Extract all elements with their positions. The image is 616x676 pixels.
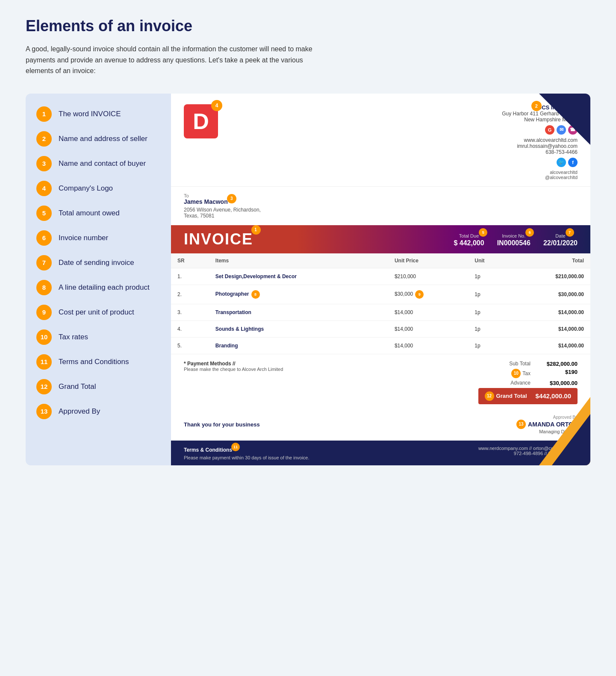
table-row: 1.Set Design,Development & Decor$210,000… xyxy=(171,268,590,285)
buyer-section: To James Macwon 3 2056 Wilson Avenue, Ri… xyxy=(171,187,590,225)
col-unit-price: Unit Price xyxy=(388,253,468,268)
invoice-footer: Terms & Conditions 11 Please make paymen… xyxy=(171,441,590,465)
invoice-table: SR Items Unit Price Unit Total 1.Set Des… xyxy=(171,253,590,354)
col-unit: Unit xyxy=(468,253,512,268)
date-badge: 7 xyxy=(566,228,574,237)
row-item: Sounds & Lightings xyxy=(209,320,388,337)
col-sr: SR xyxy=(171,253,209,268)
badge-12: 12 xyxy=(36,379,52,394)
twitter-icon: 🐦 xyxy=(557,158,566,167)
date-value: 22/01/2020 xyxy=(543,239,578,247)
row-sr: 3. xyxy=(171,304,209,320)
row-item: Branding xyxy=(209,337,388,354)
invoice-header: D 4 2 DCS Industries Guy Harbor 411 Gerh… xyxy=(171,94,590,187)
element-label-12: Grand Total xyxy=(59,382,96,391)
logo-badge: 4 xyxy=(211,100,222,111)
element-label-11: Terms and Conditions xyxy=(59,358,129,366)
table-row: 2.Photographer8$30,00091p$30,000.00 xyxy=(171,285,590,304)
row-sr: 5. xyxy=(171,337,209,354)
element-label-5: Total amount owed xyxy=(59,209,120,217)
total-due-badge: 5 xyxy=(479,228,487,237)
price-badge: 9 xyxy=(415,290,424,299)
buyer-badge: 3 xyxy=(227,194,236,203)
row-item: Photographer8 xyxy=(209,285,388,304)
col-items: Items xyxy=(209,253,388,268)
grand-total-badge: 12 xyxy=(485,391,494,401)
grand-total-label: 12 Grand Total xyxy=(485,391,527,401)
row-unit: 1p xyxy=(468,268,512,285)
element-label-7: Date of sending invoice xyxy=(59,259,134,267)
element-item-5: 5 Total amount owed xyxy=(36,206,160,221)
buyer-city: Texas, 75081 xyxy=(184,213,261,219)
row-sr: 1. xyxy=(171,268,209,285)
badge-11: 11 xyxy=(36,354,52,370)
element-label-6: Invoice number xyxy=(59,234,108,242)
element-item-6: 6 Invoice number xyxy=(36,230,160,246)
terms-badge: 11 xyxy=(231,443,240,451)
table-row: 4.Sounds & Lightings$14,0001p$14,000.00 xyxy=(171,320,590,337)
invoice-panel: D 4 2 DCS Industries Guy Harbor 411 Gerh… xyxy=(171,94,590,465)
element-label-13: Approved By xyxy=(59,407,100,416)
elements-list: 1 The word INVOICE 2 Name and address of… xyxy=(26,94,171,465)
buyer-to-label: To xyxy=(184,193,261,198)
row-price: $14,000 xyxy=(388,304,468,320)
element-item-4: 4 Company's Logo xyxy=(36,181,160,196)
table-row: 5.Branding$14,0001p$14,000.00 xyxy=(171,337,590,354)
advance-label: Advance xyxy=(510,380,531,386)
col-total: Total xyxy=(512,253,590,268)
tax-row: 10 Tax $190 xyxy=(478,369,578,378)
row-total: $210,000.00 xyxy=(512,268,590,285)
badge-7: 7 xyxy=(36,255,52,270)
logo-letter: D xyxy=(193,109,209,134)
table-row: 3.Transportation$14,0001p$14,000.00 xyxy=(171,304,590,320)
element-label-8: A line detailing each product xyxy=(59,283,150,292)
total-due-item: Total Due 5 $ 442,000 xyxy=(454,232,484,247)
element-item-1: 1 The word INVOICE xyxy=(36,106,160,122)
triangle-decoration xyxy=(539,94,590,145)
badge-6: 6 xyxy=(36,230,52,246)
invoice-no-label: Invoice No. 6 xyxy=(502,233,525,238)
element-item-7: 7 Date of sending invoice xyxy=(36,255,160,270)
element-item-11: 11 Terms and Conditions xyxy=(36,354,160,370)
badge-2: 2 xyxy=(36,131,52,147)
company-logo: D 4 xyxy=(184,104,218,138)
total-due-value: $ 442,000 xyxy=(454,239,484,247)
row-unit: 1p xyxy=(468,320,512,337)
footer-terms: Terms & Conditions 11 Please make paymen… xyxy=(184,446,309,460)
badge-3: 3 xyxy=(36,156,52,171)
date-label: Date 7 xyxy=(555,233,565,238)
badge-8: 8 xyxy=(36,280,52,295)
badge-4: 4 xyxy=(36,181,52,196)
advance-value: $30,000.00 xyxy=(539,380,578,386)
row-item: Set Design,Development & Decor xyxy=(209,268,388,285)
row-price: $14,000 xyxy=(388,337,468,354)
payment-title: * Payment Methods // xyxy=(184,361,470,367)
row-total: $14,000.00 xyxy=(512,337,590,354)
element-label-10: Tax rates xyxy=(59,333,88,341)
row-unit: 1p xyxy=(468,337,512,354)
terms-text: Please make payment within 30 days of is… xyxy=(184,455,309,460)
element-label-9: Cost per unit of product xyxy=(59,308,134,317)
sub-total-row: Sub Total $282,000.00 xyxy=(478,361,578,367)
element-item-8: 8 A line detailing each product xyxy=(36,280,160,295)
thank-you-text: Thank you for your business xyxy=(184,421,260,428)
sub-total-value: $282,000.00 xyxy=(539,361,578,367)
tax-label: 10 Tax xyxy=(511,369,531,378)
invoice-no-item: Invoice No. 6 IN0000546 xyxy=(497,232,531,247)
row-unit: 1p xyxy=(468,304,512,320)
tax-badge: 10 xyxy=(511,369,521,378)
date-item: Date 7 22/01/2020 xyxy=(543,232,578,247)
social-handle1: alcovearchltd xyxy=(502,170,578,175)
terms-title: Terms & Conditions 11 xyxy=(184,447,232,453)
row-total: $30,000.00 xyxy=(512,285,590,304)
approved-section: Thank you for your business Approved By … xyxy=(171,411,590,441)
element-label-1: The word INVOICE xyxy=(59,110,121,118)
row-price: $30,0009 xyxy=(388,285,468,304)
total-due-label: Total Due 5 xyxy=(459,233,479,238)
badge-5: 5 xyxy=(36,206,52,221)
badge-13: 13 xyxy=(36,404,52,419)
element-label-4: Company's Logo xyxy=(59,184,113,193)
badge-1: 1 xyxy=(36,106,52,122)
social-handle2: @alcovearchltd xyxy=(502,175,578,180)
row-price: $14,000 xyxy=(388,320,468,337)
